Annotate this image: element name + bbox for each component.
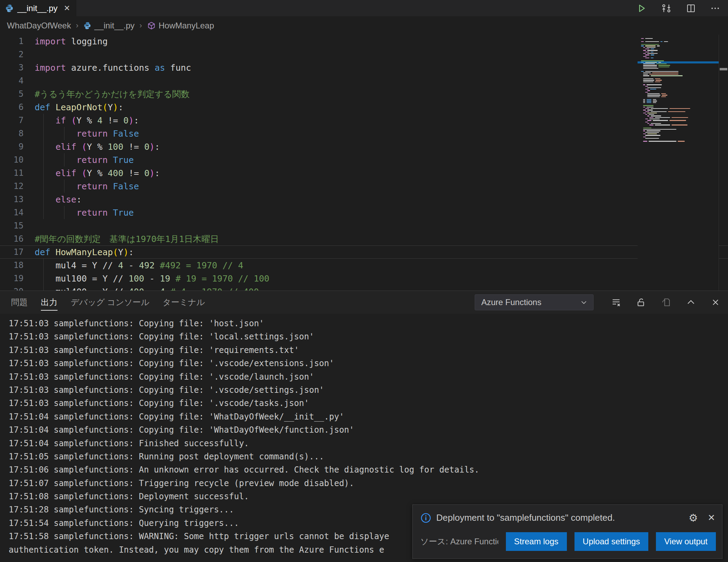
code-text: #閏年の回数判定 基準は1970年1月1日木曜日 <box>35 233 219 245</box>
indent-guide <box>43 140 44 153</box>
code-line[interactable]: 11 elif (Y % 400 != 0): <box>0 166 728 180</box>
line-number: 7 <box>0 115 35 125</box>
code-text: def HowManyLeap(Y): <box>35 247 134 257</box>
code-text: mul4 = Y // 4 - 492 #492 = 1970 // 4 <box>35 260 243 270</box>
panel-tab-inactive[interactable]: 問題 <box>11 291 28 314</box>
line-number: 18 <box>0 260 35 270</box>
split-editor-icon[interactable] <box>686 3 696 14</box>
toast-source: ソース: Azure Functions (... <box>420 536 498 547</box>
code-line[interactable]: 5#うるう年かどうかだけを判定する関数 <box>0 87 728 101</box>
line-number: 17 <box>0 247 35 257</box>
breadcrumb-item-folder[interactable]: WhatDayOfWeek <box>7 21 71 31</box>
breadcrumb: WhatDayOfWeek › __init__.py › HowManyLea… <box>0 16 728 35</box>
breadcrumb-item-symbol[interactable]: HowManyLeap <box>147 21 214 31</box>
indent-guide <box>43 193 44 206</box>
code-line[interactable]: 1import logging <box>0 35 728 48</box>
code-line[interactable]: 15 <box>0 219 728 232</box>
output-line: 17:51:03 samplefunctions: Copying file: … <box>9 332 728 345</box>
unlock-icon[interactable] <box>636 297 646 308</box>
run-icon[interactable] <box>637 3 647 14</box>
code-line[interactable]: 13 else: <box>0 193 728 206</box>
close-panel-icon[interactable] <box>711 297 720 307</box>
open-log-file-icon[interactable] <box>661 297 671 308</box>
code-text: else: <box>35 194 82 205</box>
code-line[interactable]: 14 return True <box>0 206 728 219</box>
chevron-down-icon <box>580 299 588 306</box>
indent-guide <box>64 127 64 140</box>
maximize-panel-icon[interactable] <box>686 297 696 308</box>
code-line[interactable]: 18 mul4 = Y // 4 - 492 #492 = 1970 // 4 <box>0 259 728 272</box>
panel-tab-active[interactable]: 出力 <box>41 291 58 314</box>
code-line[interactable]: 20 mul400 = Y // 400 - 4 # 4 = 1970 // 4… <box>0 285 728 291</box>
line-number: 14 <box>0 208 35 217</box>
code-line[interactable]: 16#閏年の回数判定 基準は1970年1月1日木曜日 <box>0 232 728 245</box>
code-line[interactable]: 6def LeapOrNot(Y): <box>0 101 728 114</box>
line-number: 3 <box>0 63 35 72</box>
code-text: def LeapOrNot(Y): <box>35 102 123 112</box>
tab-close-icon[interactable]: ✕ <box>64 4 70 13</box>
code-line[interactable]: 19 mul100 = Y // 100 - 19 # 19 = 1970 //… <box>0 272 728 285</box>
indent-guide <box>43 166 44 180</box>
output-channel-select[interactable]: Azure Functions <box>475 294 594 310</box>
open-changes-icon[interactable] <box>661 3 672 14</box>
tab-label: __init__.py <box>17 3 58 13</box>
code-editor[interactable]: 1import logging23import azure.functions … <box>0 35 728 291</box>
indent-guide <box>43 206 44 219</box>
panel-controls: Azure Functions <box>475 291 720 314</box>
editor-actions <box>637 0 720 16</box>
code-line[interactable]: 3import azure.functions as func <box>0 61 728 74</box>
indent-guide <box>64 180 64 193</box>
breadcrumb-item-file[interactable]: __init__.py <box>83 21 134 31</box>
clear-output-icon[interactable] <box>611 297 621 308</box>
output-line: 17:51:05 samplefunctions: Running post d… <box>9 452 728 465</box>
line-number: 6 <box>0 102 35 112</box>
toast-header: Deployment to "samplefunctions" complete… <box>413 505 722 524</box>
toast-footer: ソース: Azure Functions (... Stream logsUpl… <box>413 532 722 551</box>
code-text: mul400 = Y // 400 - 4 # 4 = 1970 // 400 <box>35 287 259 291</box>
panel-tab-inactive[interactable]: ターミナル <box>163 291 205 314</box>
output-line: 17:51:03 samplefunctions: Copying file: … <box>9 319 728 332</box>
output-line: 17:51:04 samplefunctions: Copying file: … <box>9 425 728 438</box>
indent-guide <box>43 180 44 193</box>
output-line: 17:51:08 samplefunctions: Deployment suc… <box>9 492 728 505</box>
indent-guide <box>43 259 44 272</box>
line-number: 1 <box>0 36 35 46</box>
panel-tabs: 問題出力デバッグ コンソールターミナル <box>11 291 218 314</box>
code-lines: 1import logging23import azure.functions … <box>0 35 728 291</box>
code-line[interactable]: 2 <box>0 48 728 61</box>
line-number: 16 <box>0 234 35 244</box>
line-number: 4 <box>0 76 35 86</box>
output-line: 17:51:03 samplefunctions: Copying file: … <box>9 358 728 372</box>
indent-guide <box>43 272 44 285</box>
line-number: 20 <box>0 287 35 291</box>
indent-guide <box>43 114 44 127</box>
breadcrumb-separator: › <box>74 21 80 30</box>
panel-tab-inactive[interactable]: デバッグ コンソール <box>71 291 149 314</box>
notification-toast: Deployment to "samplefunctions" complete… <box>412 504 722 559</box>
line-number: 8 <box>0 129 35 138</box>
code-line[interactable]: 8 return False <box>0 127 728 140</box>
output-line: 17:51:07 samplefunctions: Triggering rec… <box>9 478 728 492</box>
gear-icon[interactable]: ⚙ <box>688 512 698 524</box>
upload-settings-button[interactable]: Upload settings <box>574 532 648 551</box>
view-output-button[interactable]: View output <box>656 532 716 551</box>
code-line[interactable]: 10 return True <box>0 153 728 166</box>
code-line[interactable]: 12 return False <box>0 180 728 193</box>
more-actions-icon[interactable] <box>710 3 720 14</box>
code-line[interactable]: 7 if (Y % 4 != 0): <box>0 114 728 127</box>
line-number: 5 <box>0 89 35 99</box>
stream-logs-button[interactable]: Stream logs <box>506 532 567 551</box>
code-line[interactable]: 17def HowManyLeap(Y): <box>0 245 728 259</box>
output-line: 17:51:03 samplefunctions: Copying file: … <box>9 345 728 358</box>
tab-init-py[interactable]: __init__.py ✕ <box>0 0 76 16</box>
overview-ruler[interactable] <box>719 35 728 291</box>
indent-guide <box>43 153 44 166</box>
panel-header: 問題出力デバッグ コンソールターミナル Azure Functions <box>0 291 728 314</box>
code-text: elif (Y % 400 != 0): <box>35 168 160 178</box>
code-line[interactable]: 9 elif (Y % 100 != 0): <box>0 140 728 153</box>
indent-guide <box>64 153 64 166</box>
code-line[interactable]: 4 <box>0 74 728 87</box>
minimap[interactable] <box>638 35 719 291</box>
toast-close-icon[interactable]: ✕ <box>708 512 715 523</box>
output-line: 17:51:04 samplefunctions: Copying file: … <box>9 412 728 425</box>
